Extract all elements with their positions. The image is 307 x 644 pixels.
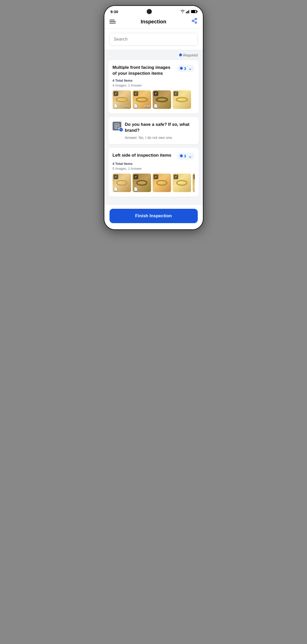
card-header-2: Left side of inspection items ✱ 3 ⌄ <box>113 153 195 160</box>
search-input[interactable] <box>110 33 198 46</box>
thumb-doc-2: 📄 <box>134 104 138 108</box>
card-left-side: Left side of inspection items ✱ 3 ⌄ 4 To… <box>108 148 199 197</box>
thumb-check-l5: ✓ <box>194 175 195 179</box>
required-asterisk: ✱ <box>179 53 182 58</box>
card-header-1: Multiple front facing images of your ins… <box>113 65 195 77</box>
thumb-l2[interactable]: ✓ 📄 <box>133 174 151 192</box>
thumb-1[interactable]: ✓ 📄 0:12 <box>113 90 131 109</box>
status-time: 9:30 <box>111 10 118 14</box>
svg-point-16 <box>177 98 186 101</box>
finish-inspection-button[interactable]: Finish Inspection <box>110 209 198 223</box>
card-badge-asterisk-1: ✱ <box>180 66 183 71</box>
battery-icon <box>191 10 197 13</box>
thumb-l3[interactable]: ✓ <box>153 174 171 192</box>
question-answered-badge: ✓ <box>119 127 123 132</box>
card-submeta-2: 5 Images, 1 Answer <box>113 167 195 171</box>
thumb-check-4: ✓ <box>174 91 178 96</box>
svg-rect-0 <box>186 12 187 13</box>
share-button[interactable] <box>191 18 197 25</box>
required-text: Required <box>183 53 198 57</box>
svg-point-23 <box>157 181 167 185</box>
page-title: Inspection <box>141 19 166 25</box>
svg-line-7 <box>194 21 195 22</box>
thumb-timer-2: 0:09 <box>144 105 150 108</box>
thumb-doc-l1: 📄 <box>114 187 118 191</box>
thumb-l5[interactable]: ✓ 📄 <box>193 174 195 192</box>
svg-point-22 <box>137 181 147 185</box>
card-badge-1: ✱ 3 ⌄ <box>177 65 194 72</box>
finish-btn-container: Finish Inspection <box>104 204 203 229</box>
chevron-down-icon-1[interactable]: ⌄ <box>188 65 192 71</box>
images-row-2: ✓ 📄 ✓ 📄 ✓ <box>113 174 195 192</box>
chevron-down-icon-2[interactable]: ⌄ <box>188 153 192 159</box>
question-title: Do you have a safe? If so, what brand? <box>125 122 195 134</box>
thumb-check-1: ✓ <box>114 91 118 96</box>
svg-point-6 <box>195 22 197 23</box>
svg-point-14 <box>157 98 166 101</box>
svg-rect-3 <box>189 10 190 13</box>
svg-point-4 <box>195 18 197 20</box>
wifi-icon <box>180 10 185 13</box>
svg-line-8 <box>194 20 195 21</box>
question-answer: Answer: No, I do not own one. <box>125 136 195 140</box>
svg-point-12 <box>137 98 146 101</box>
thumb-l4[interactable]: ✓ <box>173 174 191 192</box>
thumb-doc-l5: 📄 <box>194 187 195 191</box>
question-card: ✓ Do you have a safe? If so, what brand?… <box>108 117 199 144</box>
thumb-doc-3: 📄 <box>154 104 158 108</box>
card-badge-num-2: 3 <box>184 154 186 158</box>
thumb-4[interactable]: ✓ <box>173 90 191 109</box>
phone-frame: 9:30 Inspection <box>104 5 204 230</box>
card-front-images: Multiple front facing images of your ins… <box>108 60 199 113</box>
thumb-check-l2: ✓ <box>134 175 138 179</box>
thumb-l1[interactable]: ✓ 📄 <box>113 174 131 192</box>
thumb-check-2: ✓ <box>134 91 138 96</box>
svg-point-24 <box>177 181 187 185</box>
card-submeta-1: 4 Images, 1 Answer <box>113 83 195 87</box>
status-bar: 9:30 <box>104 6 203 16</box>
svg-rect-1 <box>187 11 188 13</box>
thumb-timer-1: 0:12 <box>124 105 130 108</box>
thumb-check-l4: ✓ <box>174 175 178 179</box>
menu-button[interactable] <box>110 20 116 23</box>
card-badge-2: ✱ 3 ⌄ <box>177 153 194 160</box>
thumb-3[interactable]: ✓ 📄 <box>153 90 171 109</box>
question-header: ✓ Do you have a safe? If so, what brand?… <box>113 122 195 140</box>
thumb-check-l1: ✓ <box>114 175 118 179</box>
svg-point-21 <box>117 181 127 185</box>
svg-point-10 <box>117 98 126 101</box>
camera-notch <box>147 9 152 14</box>
thumb-check-3: ✓ <box>154 91 158 96</box>
content-area: ✱ Required Multiple front facing images … <box>104 50 203 204</box>
question-icon-wrap: ✓ <box>113 122 122 131</box>
card-badge-asterisk-2: ✱ <box>180 154 183 158</box>
card-meta-2: 4 Total Items <box>113 162 195 166</box>
card-title-1: Multiple front facing images of your ins… <box>113 65 175 77</box>
svg-rect-2 <box>188 10 189 13</box>
svg-rect-17 <box>115 124 119 128</box>
card-meta-1: 4 Total Items <box>113 79 195 82</box>
card-title-2: Left side of inspection items <box>113 153 175 158</box>
thumb-doc-1: 📄 <box>114 104 118 108</box>
thumb-check-l3: ✓ <box>154 175 158 179</box>
images-row-1: ✓ 📄 0:12 ✓ 📄 0:09 <box>113 90 195 109</box>
signal-icon <box>186 10 190 13</box>
status-icons <box>180 10 197 13</box>
svg-point-5 <box>192 20 194 22</box>
thumb-2[interactable]: ✓ 📄 0:09 <box>133 90 151 109</box>
required-label: ✱ Required <box>108 50 199 60</box>
thumb-doc-l2: 📄 <box>134 187 138 191</box>
top-bar: Inspection <box>104 16 203 29</box>
question-content: Do you have a safe? If so, what brand? A… <box>125 122 195 140</box>
search-container <box>104 29 203 50</box>
card-badge-num-1: 3 <box>184 66 186 71</box>
